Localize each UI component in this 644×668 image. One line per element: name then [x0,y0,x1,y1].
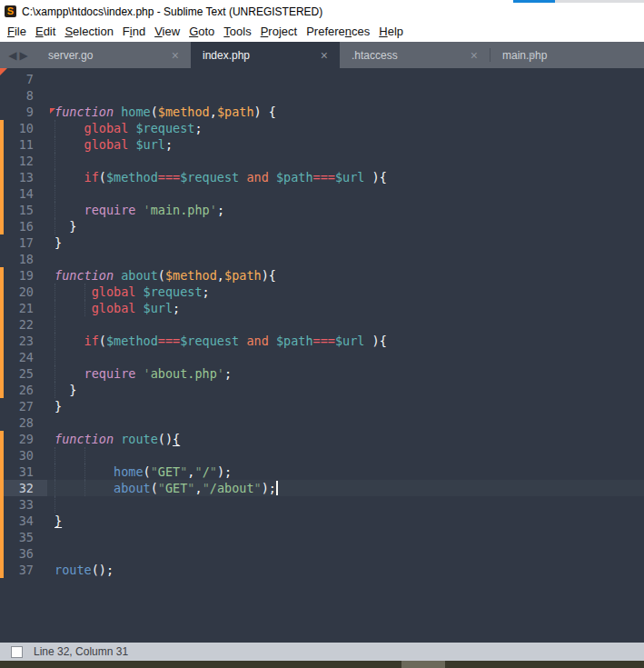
indent-guide [84,464,85,480]
code-line-28: 28 [0,414,644,431]
modified-lines-bar [0,267,4,398]
code-line-15: 15 require 'main.php'; [0,202,644,218]
line-number: 22 [0,316,47,333]
line-number: 13 [0,169,47,185]
menu-selection[interactable]: Selection [64,23,113,40]
line-number: 27 [0,398,47,414]
indent-guide [54,349,55,365]
line-number: 32 [0,480,47,496]
line-code [47,251,644,267]
title-bar: S C:\xampp\htdocs\index.php - Sublime Te… [0,3,644,20]
tab-htaccess[interactable]: .htaccess× [340,42,490,68]
tab-main.php[interactable]: main.php× [490,42,547,68]
code-line-25: 25 require 'about.php'; [0,365,644,382]
menu-edit[interactable]: Edit [35,23,55,40]
line-code: global $request; [47,120,644,136]
menu-tools[interactable]: Tools [223,23,251,40]
indent-guide [54,316,55,333]
indent-guide [54,382,55,398]
menu-goto[interactable]: Goto [189,23,214,40]
line-number: 16 [0,218,47,234]
code-line-9: 9function home($method,$path) { [0,104,644,120]
line-code: if($method===$request and $path===$url )… [47,333,644,349]
code-line-27: 27} [0,398,644,414]
indent-guide [54,496,55,513]
status-bar: Line 32, Column 31 [0,643,644,661]
menu-find[interactable]: Find [123,23,145,40]
tab-next-icon[interactable]: ▶ [20,49,28,62]
indent-guide [54,153,55,169]
line-code: global $request; [47,284,644,300]
indent-guide [54,480,55,496]
indent-guide [54,120,55,136]
text-cursor [276,481,278,495]
menu-preferences[interactable]: Preferences [306,23,370,40]
line-code [47,447,644,464]
line-code: global $url; [47,300,644,316]
menu-view[interactable]: View [154,23,180,40]
indent-guide [84,300,85,316]
desktop-strip [0,661,644,668]
code-line-29: 29function route(){ [0,431,644,447]
line-number: 20 [0,284,47,300]
tab-close-icon[interactable]: × [172,48,179,63]
tab-close-icon[interactable]: × [321,48,328,63]
editor-area[interactable]: 789function home($method,$path) {10 glob… [0,68,644,643]
line-number: 26 [0,382,47,398]
indent-guide [54,284,55,300]
line-code [47,545,644,562]
indent-guide [84,480,85,496]
tab-server.go[interactable]: server.go× [36,42,191,68]
line-number: 15 [0,202,47,218]
line-code: about("GET","/about"); [47,480,644,496]
line-code: route(); [47,562,644,578]
line-number: 37 [0,562,47,578]
tab-label: .htaccess [352,49,398,62]
line-code: } [47,398,644,414]
tab-close-icon[interactable]: × [471,48,478,63]
tab-close-icon[interactable]: × [528,48,535,63]
line-code: } [47,218,644,234]
code-line-26: 26 } [0,382,644,398]
line-number: 10 [0,120,47,136]
line-number: 9 [0,104,47,120]
line-code: require 'main.php'; [47,202,644,218]
status-panel-icon[interactable] [11,646,23,658]
line-code [47,349,644,365]
indent-guide [54,464,55,480]
code-line-13: 13 if($method===$request and $path===$ur… [0,169,644,185]
line-code [47,496,644,513]
line-code: function route(){ [47,431,644,447]
desktop-strip-segment [401,661,445,668]
tab-label: server.go [48,49,93,62]
line-code [47,529,644,545]
line-number: 31 [0,464,47,480]
menu-project[interactable]: Project [261,23,297,40]
line-code [47,71,644,87]
line-code [47,185,644,202]
indent-guide [54,300,55,316]
tab-prev-icon[interactable]: ◀ [8,49,16,62]
menu-help[interactable]: Help [379,23,403,40]
code-line-17: 17} [0,234,644,251]
code-line-12: 12 [0,153,644,169]
menu-file[interactable]: File [7,23,26,40]
tab-index.php[interactable]: index.php× [191,42,340,68]
tab-label: main.php [502,49,547,62]
indent-guide [54,136,55,153]
line-code: function about($method,$path){ [47,267,644,284]
line-code: } [47,382,644,398]
indent-guide [54,365,55,382]
code-line-11: 11 global $url; [0,136,644,153]
code-line-23: 23 if($method===$request and $path===$ur… [0,333,644,349]
line-number: 17 [0,234,47,251]
line-number: 34 [0,513,47,529]
line-code: } [47,513,644,529]
line-number: 21 [0,300,47,316]
code-line-14: 14 [0,185,644,202]
line-number: 18 [0,251,47,267]
tab-bar: ◀ ▶ server.go×index.php×.htaccess×main.p… [0,42,644,68]
line-number: 11 [0,136,47,153]
line-number: 24 [0,349,47,365]
code-line-19: 19function about($method,$path){ [0,267,644,284]
